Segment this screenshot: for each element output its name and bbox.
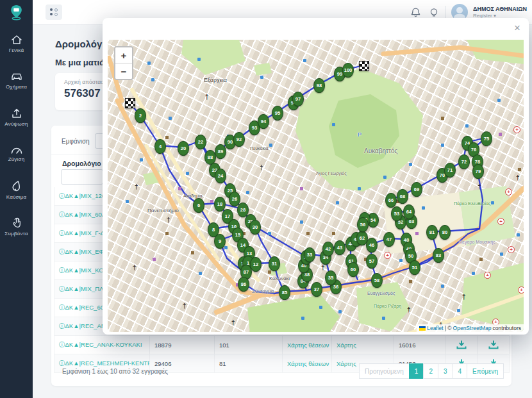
route-stop-marker[interactable]: 22 (195, 135, 206, 149)
download-icon[interactable] (488, 340, 499, 349)
route-stop-marker[interactable]: 6 (193, 198, 204, 213)
notifications-bell-icon[interactable] (410, 6, 422, 19)
route-stop-marker[interactable]: 57 (366, 254, 378, 269)
route-stop-marker[interactable]: 58 (371, 273, 383, 288)
table-cell: Χάρτης θέσεων (283, 336, 332, 354)
route-filter-input[interactable] (61, 169, 103, 185)
route-flag-marker[interactable] (125, 98, 135, 108)
route-stop-marker[interactable]: 46 (366, 238, 378, 253)
pagination-page-button[interactable]: 1 (409, 363, 424, 379)
map-marker-layer: 2420228889909293949596979899100232425266… (108, 40, 524, 332)
route-stop-marker[interactable]: 35 (325, 270, 337, 285)
map-canvas[interactable]: ††††††††††††††++++++++ΕξάρχειαΛυκαβηττός… (108, 40, 524, 332)
route-stop-marker[interactable]: 69 (411, 182, 422, 197)
pagination-page-button[interactable]: 4 (453, 363, 468, 379)
route-stop-marker[interactable]: 30 (249, 220, 261, 235)
sidebar-item-label: Ζύγιση (8, 156, 25, 162)
route-stop-marker[interactable]: 51 (409, 260, 420, 275)
route-stop-marker[interactable]: 18 (214, 197, 226, 211)
route-stop-marker[interactable]: 53 (391, 206, 403, 221)
route-stop-marker[interactable]: 47 (383, 232, 395, 247)
map-zoom-control: + − (114, 46, 133, 80)
app-logo-icon[interactable] (0, 0, 33, 26)
apps-grid-icon (50, 8, 58, 16)
route-stop-marker[interactable]: 31 (269, 256, 280, 271)
attribution-contributors: contributors (493, 325, 521, 331)
sidebar-item-events[interactable]: Συμβάντα (0, 208, 33, 245)
map-view-link[interactable]: Χάρτης θέσεων (287, 360, 329, 367)
leaflet-link[interactable]: Leaflet (427, 325, 444, 331)
route-stop-marker[interactable]: 100 (342, 63, 354, 78)
route-stop-marker[interactable]: 98 (313, 78, 325, 93)
route-stop-marker[interactable]: 94 (258, 114, 269, 129)
route-stop-marker[interactable]: 43 (334, 240, 345, 255)
pagination-page-button[interactable]: 3 (438, 363, 453, 379)
route-stop-marker[interactable]: 64 (403, 204, 415, 219)
apps-grid-button[interactable] (46, 4, 62, 20)
pagination-page-button[interactable]: 2 (423, 363, 438, 379)
sidebar-item-label: Συμβάντα (4, 231, 28, 236)
route-stop-marker[interactable]: 68 (397, 189, 408, 204)
route-stop-marker[interactable]: 95 (272, 106, 283, 120)
show-label: Εμφάνιση (62, 138, 90, 145)
sidebar-item-label: Γενικά (9, 47, 24, 53)
route-stop-marker[interactable]: 42 (322, 242, 334, 256)
route-stop-marker[interactable]: 79 (472, 164, 484, 179)
map-view-link[interactable]: Χάρτης (337, 342, 356, 349)
tap-hand-icon (11, 217, 22, 228)
route-stop-marker[interactable]: 75 (481, 131, 492, 146)
user-name: ΔΗΜΟΣ ΑΘΗΝΑΙΩΝ (473, 6, 527, 13)
route-stop-marker[interactable]: 89 (215, 144, 226, 159)
table-cell (478, 336, 510, 354)
app-window: Γενικά Οχήματα Ανύψωση Ζύγιση Καύσιμα Συ… (0, 0, 532, 398)
route-stop-marker[interactable]: 92 (233, 132, 245, 147)
route-link[interactable]: ⓘΔΚ▲|REC_ΑΝΑΚ-ΚΟΥΚΑΚΙ (59, 341, 142, 349)
zoom-in-button[interactable]: + (115, 47, 132, 63)
route-stop-marker[interactable]: 71 (444, 163, 456, 178)
route-stop-marker[interactable]: 56 (357, 217, 369, 232)
route-stop-marker[interactable]: 97 (292, 92, 304, 106)
route-flag-marker[interactable] (359, 61, 369, 71)
sidebar-item-general[interactable]: Γενικά (0, 26, 33, 62)
route-stop-marker[interactable]: 9 (214, 234, 226, 249)
osm-link[interactable]: OpenStreetMap (453, 325, 492, 331)
map-view-link[interactable]: Χάρτης (337, 360, 356, 367)
route-stop-marker[interactable]: 60 (347, 262, 359, 277)
route-stop-marker[interactable]: 37 (311, 282, 322, 297)
sidebar-item-vehicles[interactable]: Οχήματα (0, 62, 33, 99)
home-icon (11, 35, 22, 45)
route-stop-marker[interactable]: 2 (135, 108, 146, 123)
alerts-icon[interactable] (428, 6, 440, 19)
user-menu[interactable]: ΔΗΜΟΣ ΑΘΗΝΑΙΩΝ Register ▾ (473, 6, 527, 19)
gauge-icon (10, 145, 23, 154)
route-link[interactable]: ⓘΔΚ▲|MIX_ΚΟΥ (59, 267, 108, 275)
route-link[interactable]: ⓘΔΚ▲|REC_ΜΕΣΗΜΕΡΙ-ΚΕΝΤΡΟ (59, 360, 150, 368)
table-cell: 18879 (150, 336, 215, 354)
map-view-link[interactable]: Χάρτης θέσεων (287, 342, 329, 349)
sidebar-item-label: Ανύψωση (4, 121, 28, 127)
route-link[interactable]: ⓘΔΚ▲|MIX_Γ-ΔΟ (59, 229, 109, 238)
route-stop-marker[interactable]: 85 (279, 285, 290, 300)
route-link[interactable]: ⓘΔΚ▲|MIX_ΠΛΑ (59, 285, 108, 294)
route-stop-marker[interactable]: 66 (385, 193, 397, 208)
pagination-next-button[interactable]: Επόμενη (467, 363, 504, 379)
sidebar-item-weighing[interactable]: Ζύγιση (0, 135, 33, 172)
divider (445, 6, 446, 19)
sidebar-item-fuel[interactable]: Καύσιμα (0, 172, 33, 208)
route-stop-marker[interactable]: 33 (304, 247, 315, 262)
pagination-prev-button[interactable]: Προηγούμενη (359, 363, 410, 379)
close-icon[interactable]: × (514, 22, 520, 35)
route-stop-marker[interactable]: 81 (426, 225, 438, 240)
route-stop-marker[interactable]: 86 (238, 277, 249, 292)
route-stop-marker[interactable]: 72 (458, 154, 470, 169)
route-stop-marker[interactable]: 24 (215, 169, 226, 183)
route-stop-marker[interactable]: 4 (154, 139, 166, 154)
download-icon[interactable] (456, 340, 467, 349)
route-stop-marker[interactable]: 20 (178, 141, 189, 156)
sidebar-item-lifting[interactable]: Ανύψωση (0, 99, 33, 135)
zoom-out-button[interactable]: − (115, 63, 132, 79)
route-stop-marker[interactable]: 80 (439, 225, 451, 240)
route-stop-marker[interactable]: 83 (433, 248, 444, 263)
route-link[interactable]: ⓘΔΚ▲|MIX_126 (59, 192, 105, 201)
route-link[interactable]: ⓘΔΚ▲|MIX_ΕΦΕ (59, 248, 108, 256)
